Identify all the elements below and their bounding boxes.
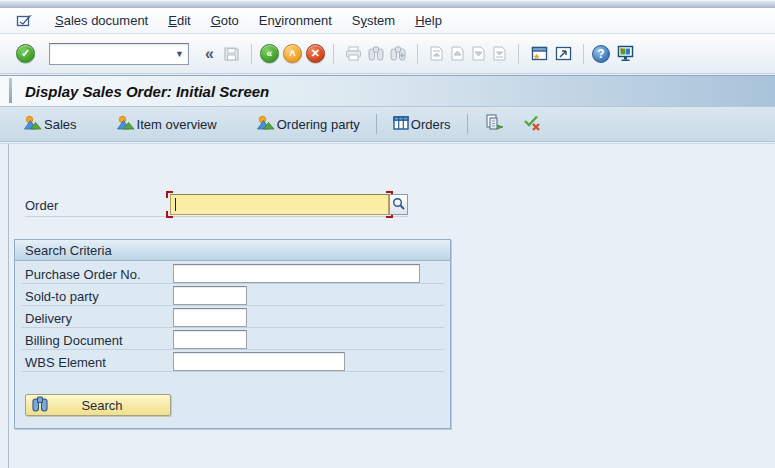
table-grid-icon — [393, 116, 409, 133]
search-button-label: Search — [48, 398, 156, 413]
back-icon[interactable]: « — [260, 44, 279, 63]
sap-gui-window: Sales document Edit Goto Environment Sys… — [0, 0, 775, 468]
toolbar-separator — [467, 114, 468, 134]
binoculars-icon — [26, 396, 48, 415]
previous-page-icon[interactable] — [450, 46, 465, 61]
delivery-label: Delivery — [25, 311, 72, 326]
create-shortcut-icon[interactable] — [554, 46, 572, 62]
status-check-button[interactable] — [516, 112, 548, 137]
help-icon[interactable]: ? — [592, 45, 610, 63]
main-content: Order Search Criteria Purchase Order No. — [0, 143, 775, 468]
cancel-icon[interactable]: ✕ — [306, 44, 325, 63]
wbs-element-input[interactable] — [173, 352, 345, 371]
menu-help[interactable]: Help — [405, 10, 452, 31]
overview-mountain-icon — [257, 115, 275, 133]
content-left-border — [8, 144, 9, 468]
menu-sales-document[interactable]: Sales document — [45, 10, 158, 31]
title-bar-notch — [9, 78, 12, 103]
print-icon[interactable] — [345, 46, 362, 61]
copy-document-button[interactable] — [478, 111, 510, 137]
sold-to-party-label: Sold-to party — [25, 289, 99, 304]
collapse-chevron-icon[interactable]: « — [205, 45, 214, 63]
item-overview-button[interactable]: Item overview — [111, 112, 223, 136]
billing-document-label: Billing Document — [25, 333, 123, 348]
order-field-wrap — [170, 194, 389, 215]
toolbar-separator — [376, 114, 377, 134]
overview-mountain-icon — [24, 115, 42, 133]
window-top-edge — [0, 0, 775, 8]
wbs-element-label: WBS Element — [25, 355, 106, 370]
title-bar: Display Sales Order: Initial Screen — [0, 75, 775, 106]
first-page-icon[interactable] — [429, 46, 444, 61]
text-caret — [175, 198, 176, 211]
new-session-icon[interactable] — [530, 46, 548, 62]
page-title: Display Sales Order: Initial Screen — [25, 83, 269, 100]
ordering-party-button[interactable]: Ordering party — [251, 112, 366, 136]
find-next-icon[interactable] — [390, 46, 406, 61]
dropdown-icon[interactable]: ▼ — [175, 49, 184, 59]
search-button[interactable]: Search — [25, 394, 171, 416]
standard-toolbar: ✓ ▼ « « ˄ ✕ — [0, 34, 775, 74]
gui-settings-icon[interactable] — [616, 45, 635, 62]
order-row-underline — [25, 216, 408, 217]
row-separator — [21, 371, 444, 372]
search-criteria-groupbox: Search Criteria Purchase Order No. Sold-… — [14, 239, 451, 429]
row-separator — [21, 283, 444, 284]
exit-icon[interactable]: ˄ — [283, 44, 302, 63]
row-separator — [21, 305, 444, 306]
copy-document-icon — [484, 114, 504, 134]
delivery-input[interactable] — [173, 308, 247, 327]
next-page-icon[interactable] — [471, 46, 486, 61]
row-separator — [21, 327, 444, 328]
sold-to-party-input[interactable] — [173, 286, 247, 305]
enter-icon[interactable]: ✓ — [16, 44, 35, 63]
menu-edit[interactable]: Edit — [158, 10, 200, 31]
application-toolbar: Sales Item overview Ordering — [0, 106, 775, 142]
menu-system[interactable]: System — [342, 10, 405, 31]
system-menu-icon[interactable] — [16, 14, 33, 28]
groupbox-header: Search Criteria — [15, 240, 450, 261]
purchase-order-label: Purchase Order No. — [25, 267, 141, 282]
focus-corner — [166, 191, 173, 198]
save-icon[interactable] — [223, 46, 240, 62]
focus-corner — [166, 211, 173, 218]
purchase-order-input[interactable] — [173, 264, 420, 283]
orders-button[interactable]: Orders — [387, 113, 457, 136]
order-input[interactable] — [170, 194, 389, 215]
sales-button[interactable]: Sales — [18, 112, 83, 136]
last-page-icon[interactable] — [492, 46, 507, 61]
row-separator — [21, 349, 444, 350]
menu-bar: Sales document Edit Goto Environment Sys… — [0, 8, 775, 34]
menu-goto[interactable]: Goto — [201, 10, 249, 31]
overview-mountain-icon — [117, 115, 135, 133]
menu-environment[interactable]: Environment — [249, 10, 342, 31]
order-label: Order — [25, 198, 58, 213]
magnifier-icon — [392, 196, 405, 214]
billing-document-input[interactable] — [173, 330, 247, 349]
order-search-help-button[interactable] — [389, 194, 408, 215]
check-cancel-icon — [522, 115, 542, 134]
command-field[interactable]: ▼ — [49, 43, 189, 65]
find-icon[interactable] — [368, 46, 384, 61]
groupbox-title: Search Criteria — [25, 243, 112, 258]
